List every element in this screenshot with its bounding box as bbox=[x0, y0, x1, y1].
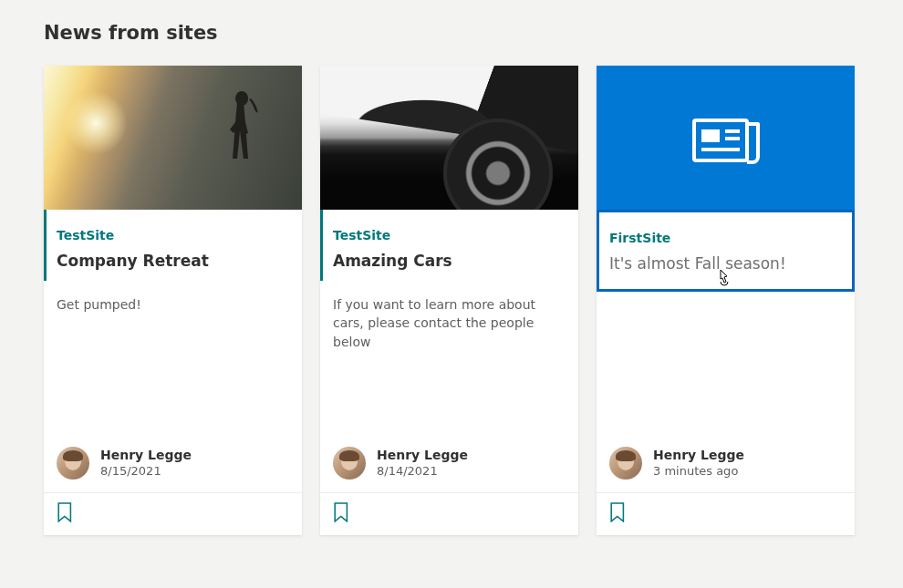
news-description: Get pumped! bbox=[57, 281, 289, 314]
news-description bbox=[609, 292, 842, 306]
section-title: News from sites bbox=[44, 22, 859, 44]
author-avatar[interactable] bbox=[333, 447, 366, 480]
svg-rect-1 bbox=[701, 129, 720, 142]
site-link[interactable]: TestSite bbox=[333, 228, 566, 242]
site-link[interactable]: TestSite bbox=[57, 228, 289, 242]
bookmark-icon[interactable] bbox=[333, 502, 349, 522]
news-cards-row: TestSite Company Retreat Get pumped! Hen… bbox=[44, 66, 859, 535]
author-row: Henry Legge 8/15/2021 bbox=[44, 438, 302, 492]
news-card[interactable]: TestSite Company Retreat Get pumped! Hen… bbox=[44, 66, 302, 535]
published-date: 8/14/2021 bbox=[377, 464, 468, 480]
news-description: If you want to learn more about cars, pl… bbox=[333, 281, 566, 351]
news-card[interactable]: TestSite Amazing Cars If you want to lea… bbox=[320, 66, 578, 535]
author-row: Henry Legge 8/14/2021 bbox=[320, 438, 578, 492]
highlighted-selection: FirstSite It's almost Fall season! bbox=[597, 210, 855, 292]
author-name: Henry Legge bbox=[100, 447, 192, 463]
author-name: Henry Legge bbox=[653, 447, 744, 463]
published-date: 8/15/2021 bbox=[100, 464, 192, 480]
bookmark-icon[interactable] bbox=[609, 502, 626, 522]
news-title[interactable]: It's almost Fall season! bbox=[609, 254, 842, 273]
news-thumbnail[interactable] bbox=[320, 66, 578, 210]
author-avatar[interactable] bbox=[609, 447, 642, 480]
published-date: 3 minutes ago bbox=[653, 464, 744, 480]
news-title[interactable]: Company Retreat bbox=[57, 252, 289, 270]
site-link[interactable]: FirstSite bbox=[609, 231, 842, 245]
bookmark-icon[interactable] bbox=[57, 502, 73, 522]
author-name: Henry Legge bbox=[377, 447, 468, 463]
news-card[interactable]: FirstSite It's almost Fall season! Henry… bbox=[597, 66, 855, 535]
author-row: Henry Legge 3 minutes ago bbox=[597, 438, 855, 492]
news-title[interactable]: Amazing Cars bbox=[333, 252, 566, 270]
news-thumbnail[interactable] bbox=[44, 66, 302, 210]
author-avatar[interactable] bbox=[57, 447, 89, 480]
news-thumbnail[interactable] bbox=[597, 66, 855, 210]
news-default-icon bbox=[690, 111, 762, 164]
